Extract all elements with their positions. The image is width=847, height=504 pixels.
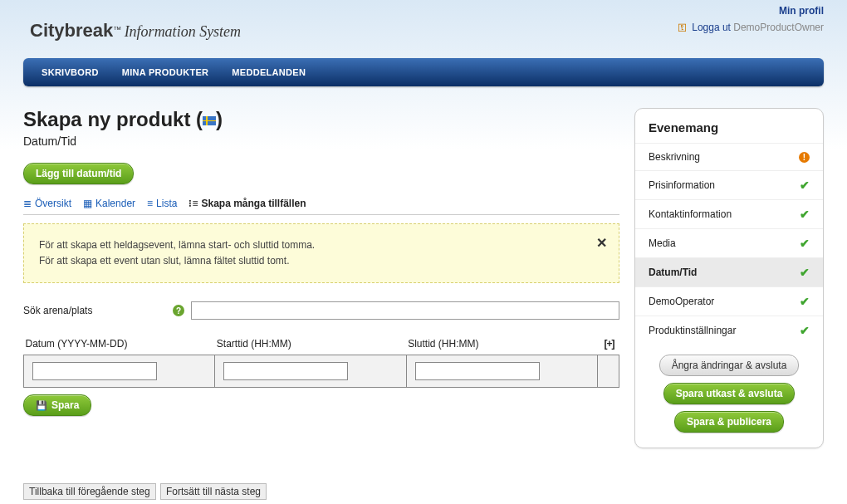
profile-link[interactable]: Min profil xyxy=(678,5,824,17)
tab-oversikt[interactable]: ≣Översikt xyxy=(23,198,71,209)
tab-lista[interactable]: ≡Lista xyxy=(147,198,177,209)
endtime-input[interactable] xyxy=(415,362,540,380)
close-icon[interactable]: ✕ xyxy=(596,232,607,254)
check-icon: ✔ xyxy=(800,179,810,192)
sidebar-item-media[interactable]: Media ✔ xyxy=(635,228,823,257)
warning-icon: ! xyxy=(799,152,810,163)
flag-se-icon xyxy=(203,116,216,125)
logo: Citybreak™ Information System xyxy=(30,20,241,42)
nav-skrivbord[interactable]: SKRIVBORD xyxy=(30,59,110,86)
prev-step-link[interactable]: Tillbaka till föregående steg xyxy=(23,483,156,500)
check-icon: ✔ xyxy=(800,295,810,308)
multi-icon: ⁝≡ xyxy=(188,198,198,209)
check-icon: ✔ xyxy=(800,237,810,250)
starttime-input[interactable] xyxy=(223,362,348,380)
save-icon: 💾 xyxy=(36,400,47,411)
save-publish-button[interactable]: Spara & publicera xyxy=(674,411,784,433)
col-start: Starttid (HH:MM) xyxy=(215,335,406,355)
check-icon: ✔ xyxy=(800,266,810,279)
main-nav: SKRIVBORD MINA PRODUKTER MEDDELANDEN xyxy=(23,58,824,86)
subtabs: ≣Översikt ▦Kalender ≡Lista ⁝≡Skapa många… xyxy=(23,198,619,215)
calendar-icon: ▦ xyxy=(83,198,92,209)
tab-skapa-manga[interactable]: ⁝≡Skapa många tillfällen xyxy=(188,198,306,209)
key-icon: ⚿ xyxy=(678,22,687,32)
sidebar-title: Evenemang xyxy=(635,120,823,143)
overview-icon: ≣ xyxy=(23,198,32,209)
page-subtitle: Datum/Tid xyxy=(23,135,619,148)
help-icon[interactable]: ? xyxy=(173,305,184,316)
save-button[interactable]: 💾 Spara xyxy=(23,394,91,416)
page-title: Skapa ny produkt () xyxy=(23,108,619,131)
col-date: Datum (YYYY-MM-DD) xyxy=(24,335,215,355)
tab-kalender[interactable]: ▦Kalender xyxy=(83,198,135,209)
info-line: För att skapa ett event utan slut, lämna… xyxy=(39,253,604,269)
username: DemoProductOwner xyxy=(733,22,824,33)
save-draft-button[interactable]: Spara utkast & avsluta xyxy=(663,383,796,404)
sidebar-item-kontakt[interactable]: Kontaktinformation ✔ xyxy=(635,199,823,228)
col-end: Sluttid (HH:MM) xyxy=(406,335,597,355)
sidebar-item-datumtid[interactable]: Datum/Tid ✔ xyxy=(635,257,823,286)
nav-meddelanden[interactable]: MEDDELANDEN xyxy=(220,59,317,86)
search-arena-label: Sök arena/plats xyxy=(23,305,173,316)
list-icon: ≡ xyxy=(147,198,153,209)
table-row xyxy=(24,355,619,388)
logout-link[interactable]: Logga ut DemoProductOwner xyxy=(692,22,824,33)
search-arena-input[interactable] xyxy=(191,301,619,320)
sidebar: Evenemang Beskrivning ! Prisinformation … xyxy=(634,108,824,448)
sidebar-item-beskrivning[interactable]: Beskrivning ! xyxy=(635,143,823,170)
info-box: ✕ För att skapa ett heldagsevent, lämna … xyxy=(23,223,619,283)
sidebar-item-prisinformation[interactable]: Prisinformation ✔ xyxy=(635,170,823,199)
info-line: För att skapa ett heldagsevent, lämna st… xyxy=(39,237,604,253)
datetime-table: Datum (YYYY-MM-DD) Starttid (HH:MM) Slut… xyxy=(23,335,619,388)
cancel-button[interactable]: Ångra ändringar & avsluta xyxy=(659,355,800,376)
sidebar-item-demooperator[interactable]: DemoOperator ✔ xyxy=(635,286,823,316)
add-row-button[interactable]: [+] xyxy=(605,338,614,350)
nav-mina-produkter[interactable]: MINA PRODUKTER xyxy=(110,59,221,86)
sidebar-item-produktinstallningar[interactable]: Produktinställningar ✔ xyxy=(635,316,823,345)
add-datetime-button[interactable]: Lägg till datum/tid xyxy=(23,163,134,184)
next-step-link[interactable]: Fortsätt till nästa steg xyxy=(160,483,267,500)
check-icon: ✔ xyxy=(800,208,810,221)
check-icon: ✔ xyxy=(800,324,810,337)
date-input[interactable] xyxy=(32,362,157,380)
